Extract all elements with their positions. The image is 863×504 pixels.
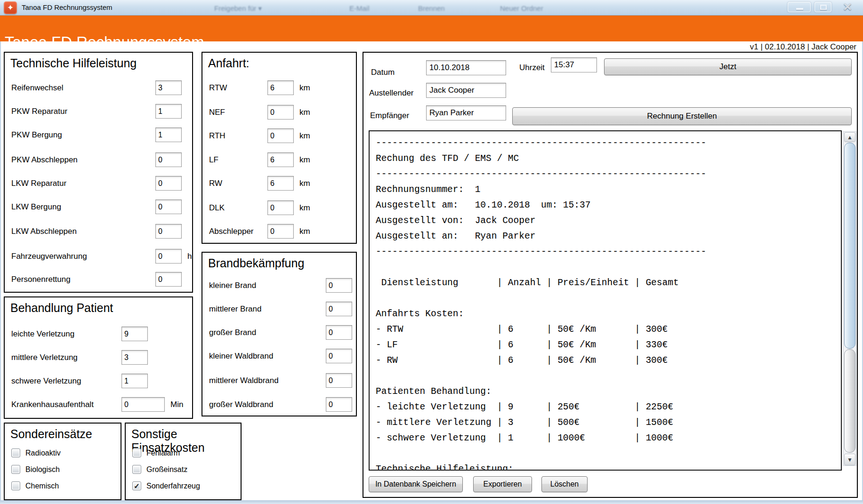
minimize-button[interactable]	[788, 2, 811, 12]
fahrzeugverwahrung-input[interactable]	[155, 249, 182, 264]
grosseinsatz-checkbox[interactable]	[132, 465, 141, 474]
field-label: PKW Abschleppen	[11, 155, 78, 165]
checkbox-row: Biologisch	[5, 465, 121, 476]
field-row: schwere Verletzung	[5, 374, 192, 389]
kleiner-waldbrand-input[interactable]	[326, 349, 352, 363]
maximize-button[interactable]	[815, 2, 831, 12]
group-title: Anfahrt:	[208, 56, 250, 70]
pkw-reparatur-input[interactable]	[155, 104, 182, 119]
ghost-toolbar-item: E-Mail	[349, 4, 370, 12]
group-technische-hilfeleistung: Technische Hilfeleistung Reifenwechsel P…	[4, 52, 193, 293]
field-suffix: km	[299, 83, 310, 93]
chemisch-checkbox[interactable]	[11, 481, 20, 490]
field-suffix: km	[299, 108, 310, 117]
group-anfahrt: Anfahrt: RTWkm NEFkm RTHkm LFkm RWkm DLK…	[202, 52, 357, 244]
nef-km-input[interactable]	[267, 105, 294, 120]
field-label: mittlere Verletzung	[11, 353, 78, 362]
lf-km-input[interactable]	[267, 152, 294, 167]
grosser-waldbrand-input[interactable]	[326, 397, 352, 412]
checkbox-row: Fehlalarm	[126, 448, 241, 460]
sonderfahrzeug-checkbox[interactable]: ✓	[132, 481, 141, 490]
delete-button[interactable]: Löschen	[541, 476, 588, 492]
field-label: PKW Bergung	[11, 130, 62, 140]
lkw-abschleppen-input[interactable]	[155, 224, 182, 239]
field-label: mittlerer Waldbrand	[209, 376, 279, 385]
scroll-down-icon[interactable]: ▼	[844, 454, 855, 465]
pkw-bergung-input[interactable]	[155, 128, 182, 142]
ghost-toolbar-item: Brennen	[418, 4, 445, 12]
field-label: großer Brand	[209, 328, 256, 337]
maximize-icon	[820, 5, 827, 10]
close-button[interactable]: ✕	[838, 2, 857, 12]
field-label: Personenrettung	[11, 275, 71, 284]
field-row: PKW Reparatur	[5, 104, 192, 119]
field-label: großer Waldbrand	[209, 400, 273, 409]
dlk-km-input[interactable]	[267, 200, 294, 215]
scrollbar-thumb[interactable]	[844, 143, 855, 349]
rechnung-erstellen-button[interactable]: Rechnung Erstellen	[512, 107, 852, 125]
pkw-abschleppen-input[interactable]	[155, 152, 182, 167]
save-database-button[interactable]: In Datenbank Speichern	[369, 476, 463, 492]
personenrettung-input[interactable]	[155, 272, 182, 287]
rw-km-input[interactable]	[267, 176, 294, 191]
field-row: NEFkm	[202, 105, 356, 120]
field-row: mittlerer Waldbrand	[202, 373, 356, 388]
field-row: Reifenwechsel	[5, 80, 192, 96]
field-label: kleiner Waldbrand	[209, 352, 273, 361]
grosser-brand-input[interactable]	[326, 325, 352, 340]
field-row: kleiner Waldbrand	[202, 349, 356, 364]
reifenwechsel-input[interactable]	[155, 80, 182, 95]
krankenhausaufenthalt-input[interactable]	[121, 397, 165, 412]
group-behandlung-patient: Behandlung Patient leichte Verletzung mi…	[4, 296, 193, 419]
field-label: schwere Verletzung	[11, 376, 81, 386]
mittlerer-brand-input[interactable]	[326, 302, 352, 316]
fehlalarm-checkbox[interactable]	[132, 448, 141, 457]
field-label: PKW Reparatur	[11, 107, 67, 116]
radioaktiv-checkbox[interactable]	[11, 448, 20, 457]
checkbox-label: Sonderfahrzeug	[146, 482, 200, 490]
leichte-verletzung-input[interactable]	[121, 327, 148, 341]
ghost-toolbar-item: Freigeben für ▾	[214, 4, 262, 13]
window-title-bar: ✦ Tanoa FD Rechnungssystem Freigeben für…	[0, 0, 863, 16]
field-label: LKW Abschleppen	[11, 227, 77, 236]
field-row: DLKkm	[202, 200, 356, 216]
group-title: Sondereinsätze	[10, 427, 92, 441]
invoice-panel: Datum Uhrzeit Jetzt Austellender Empfäng…	[363, 52, 858, 498]
field-label: Reifenwechsel	[11, 83, 64, 93]
field-label: LF	[209, 155, 218, 165]
austellender-input[interactable]	[426, 83, 506, 98]
field-row: LKW Bergung	[5, 200, 192, 215]
version-user-info: v1 | 02.10.2018 | Jack Cooper	[750, 42, 856, 52]
abschlepper-km-input[interactable]	[267, 224, 294, 239]
checkbox-row: Radioaktiv	[5, 448, 121, 460]
scrollbar-track-segment[interactable]	[844, 349, 855, 453]
window-border-bottom	[0, 500, 863, 504]
field-row: LKW Abschleppen	[5, 224, 192, 239]
minimize-icon	[796, 8, 803, 10]
invoice-preview[interactable]: ----------------------------------------…	[369, 130, 842, 471]
kleiner-brand-input[interactable]	[326, 278, 352, 293]
jetzt-button[interactable]: Jetzt	[604, 58, 852, 75]
field-suffix: km	[299, 227, 310, 236]
scroll-up-icon[interactable]: ▲	[844, 132, 855, 142]
rtw-km-input[interactable]	[267, 80, 294, 95]
checkbox-label: Chemisch	[25, 482, 59, 490]
datum-input[interactable]	[426, 60, 506, 75]
empfaenger-input[interactable]	[426, 105, 506, 120]
lkw-bergung-input[interactable]	[155, 200, 182, 214]
uhrzeit-input[interactable]	[551, 57, 597, 72]
lkw-reparatur-input[interactable]	[155, 176, 182, 191]
mittlere-verletzung-input[interactable]	[121, 350, 148, 365]
field-label: RTH	[209, 131, 226, 141]
invoice-scrollbar[interactable]: ▲ ▼	[843, 131, 856, 466]
mittlerer-waldbrand-input[interactable]	[326, 373, 352, 388]
checkbox-row: Chemisch	[5, 481, 121, 493]
schwere-verletzung-input[interactable]	[121, 374, 148, 388]
checkbox-label: Großeinsatz	[146, 465, 187, 474]
export-button[interactable]: Exportieren	[473, 476, 532, 492]
biologisch-checkbox[interactable]	[11, 465, 20, 474]
group-title: Technische Hilfeleistung	[10, 56, 137, 70]
rth-km-input[interactable]	[267, 128, 294, 143]
page-title: Tanoa FD Rechnungssystem	[5, 33, 204, 51]
field-row: mittlere Verletzung	[5, 350, 192, 365]
